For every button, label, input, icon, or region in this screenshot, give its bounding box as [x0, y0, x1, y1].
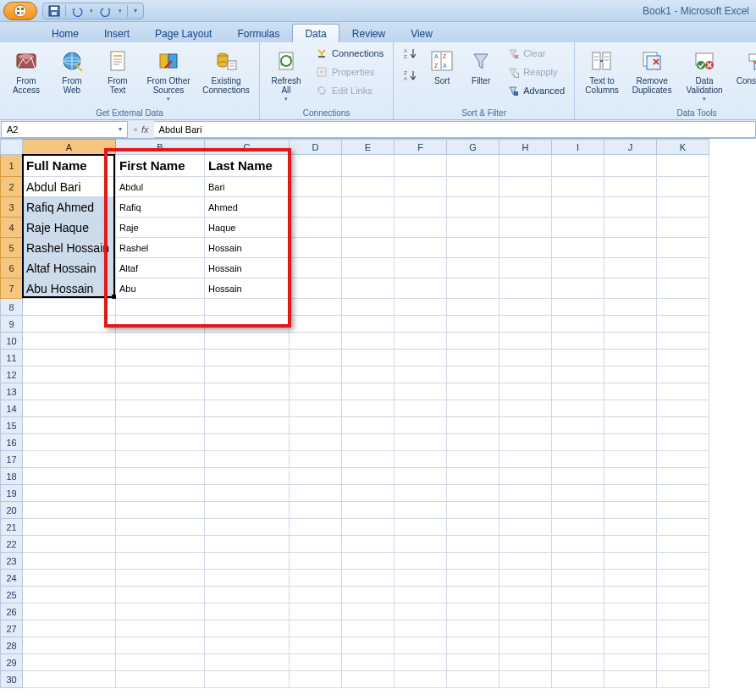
cell-H11[interactable] — [499, 350, 552, 367]
cell-H27[interactable] — [499, 620, 552, 637]
cell-E21[interactable] — [342, 519, 395, 536]
cell-J4[interactable] — [604, 218, 657, 238]
cell-A30[interactable] — [23, 671, 116, 688]
cell-J26[interactable] — [604, 604, 657, 620]
cell-B14[interactable] — [116, 400, 205, 417]
cell-K3[interactable] — [657, 197, 709, 218]
reapply-button[interactable]: Reapply — [502, 63, 569, 80]
cell-G24[interactable] — [447, 570, 499, 587]
cell-I12[interactable] — [552, 367, 604, 383]
cell-A16[interactable] — [23, 434, 116, 451]
cell-C1[interactable]: Last Name — [205, 155, 290, 177]
cell-I29[interactable] — [552, 654, 604, 671]
cell-I19[interactable] — [552, 485, 604, 502]
cell-K19[interactable] — [657, 485, 709, 502]
cell-I16[interactable] — [552, 434, 604, 451]
cell-H5[interactable] — [499, 238, 552, 258]
cell-F2[interactable] — [395, 177, 447, 197]
cell-I30[interactable] — [552, 671, 604, 688]
cell-G2[interactable] — [447, 177, 499, 197]
cell-C24[interactable] — [205, 570, 290, 587]
cell-J29[interactable] — [604, 654, 657, 671]
cell-B3[interactable]: Rafiq — [116, 197, 205, 218]
cell-H16[interactable] — [499, 434, 552, 451]
cell-J23[interactable] — [604, 553, 657, 570]
cell-J9[interactable] — [604, 316, 657, 333]
cell-H10[interactable] — [499, 333, 552, 350]
row-header-9[interactable]: 9 — [1, 316, 23, 333]
column-header-A[interactable]: A — [23, 140, 116, 155]
cell-I4[interactable] — [552, 218, 604, 238]
cell-I18[interactable] — [552, 468, 604, 485]
cell-C14[interactable] — [205, 400, 290, 417]
cell-J16[interactable] — [604, 434, 657, 451]
row-header-25[interactable]: 25 — [1, 587, 23, 604]
cell-F3[interactable] — [395, 197, 447, 218]
sort-az-button[interactable]: AZ — [399, 45, 421, 62]
column-header-I[interactable]: I — [552, 140, 604, 155]
cell-G22[interactable] — [447, 536, 499, 553]
cell-B7[interactable]: Abu — [116, 278, 205, 299]
cell-D13[interactable] — [290, 383, 342, 400]
cell-C7[interactable]: Hossain — [205, 278, 290, 299]
cell-G13[interactable] — [447, 383, 499, 400]
cell-C22[interactable] — [205, 536, 290, 553]
cell-K14[interactable] — [657, 400, 709, 417]
cell-C27[interactable] — [205, 620, 290, 637]
cell-K1[interactable] — [657, 155, 709, 177]
cell-F9[interactable] — [395, 316, 447, 333]
column-header-J[interactable]: J — [604, 140, 657, 155]
cell-I10[interactable] — [552, 333, 604, 350]
data-validation-button[interactable]: Data Validation ▾ — [680, 45, 729, 105]
cell-K27[interactable] — [657, 620, 709, 637]
cell-E24[interactable] — [342, 570, 395, 587]
cell-A12[interactable] — [23, 367, 116, 383]
cell-D28[interactable] — [290, 637, 342, 654]
cell-H2[interactable] — [499, 177, 552, 197]
cell-E8[interactable] — [342, 299, 395, 316]
tab-insert[interactable]: Insert — [91, 24, 142, 42]
tab-data[interactable]: Data — [292, 24, 339, 42]
cell-E17[interactable] — [342, 451, 395, 468]
cell-B4[interactable]: Raje — [116, 218, 205, 238]
cell-D30[interactable] — [290, 671, 342, 688]
cell-K15[interactable] — [657, 417, 709, 434]
cell-K26[interactable] — [657, 604, 709, 620]
cell-K28[interactable] — [657, 637, 709, 654]
cell-D1[interactable] — [290, 155, 342, 177]
cell-J1[interactable] — [604, 155, 657, 177]
cell-I22[interactable] — [552, 536, 604, 553]
cell-G14[interactable] — [447, 400, 499, 417]
worksheet[interactable]: ABCDEFGHIJK1Full NameFirst NameLast Name… — [0, 139, 756, 688]
cell-F11[interactable] — [395, 350, 447, 367]
cell-K6[interactable] — [657, 258, 709, 278]
cell-J17[interactable] — [604, 451, 657, 468]
cell-A28[interactable] — [23, 637, 116, 654]
cell-K13[interactable] — [657, 383, 709, 400]
cell-J5[interactable] — [604, 238, 657, 258]
sort-za-button[interactable]: ZA — [399, 67, 421, 84]
cell-B30[interactable] — [116, 671, 205, 688]
cell-F25[interactable] — [395, 587, 447, 604]
cell-D8[interactable] — [290, 299, 342, 316]
column-header-F[interactable]: F — [395, 140, 447, 155]
cell-K10[interactable] — [657, 333, 709, 350]
cell-B19[interactable] — [116, 485, 205, 502]
cell-B23[interactable] — [116, 553, 205, 570]
cell-F13[interactable] — [395, 383, 447, 400]
cell-E26[interactable] — [342, 604, 395, 620]
cell-G9[interactable] — [447, 316, 499, 333]
cell-K25[interactable] — [657, 587, 709, 604]
cell-I2[interactable] — [552, 177, 604, 197]
cell-H17[interactable] — [499, 451, 552, 468]
cell-F23[interactable] — [395, 553, 447, 570]
cell-J19[interactable] — [604, 485, 657, 502]
cell-I13[interactable] — [552, 383, 604, 400]
cell-E6[interactable] — [342, 258, 395, 278]
row-header-21[interactable]: 21 — [1, 519, 23, 536]
cell-D7[interactable] — [290, 278, 342, 299]
cell-F24[interactable] — [395, 570, 447, 587]
cell-I24[interactable] — [552, 570, 604, 587]
row-header-13[interactable]: 13 — [1, 383, 23, 400]
cell-A8[interactable] — [23, 299, 116, 316]
